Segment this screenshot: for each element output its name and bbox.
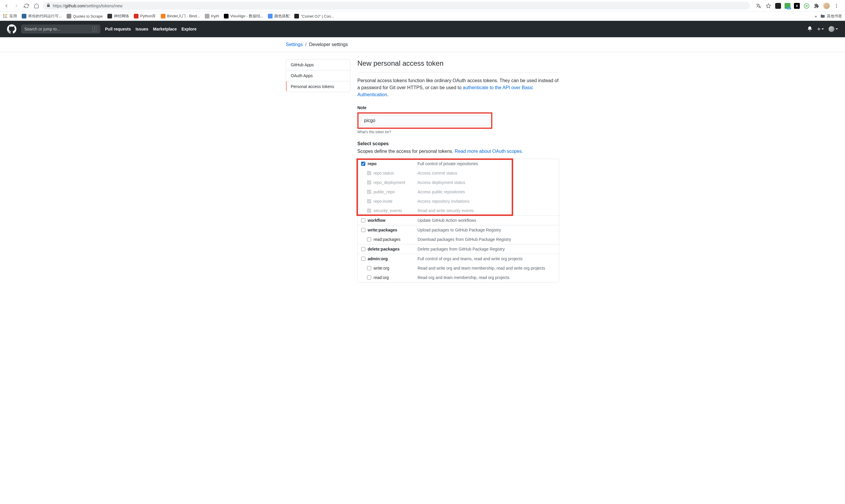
scope-row: repo:inviteAccess repository invitations: [358, 197, 559, 206]
scope-checkbox-repo[interactable]: [361, 162, 365, 166]
nav-marketplace[interactable]: Marketplace: [153, 27, 177, 31]
scope-name: repo_deployment: [374, 180, 417, 185]
scope-desc: Read org and team membership, read org p…: [417, 275, 510, 280]
title-divider: [357, 72, 559, 72]
scope-row: delete:packagesDelete packages from GitH…: [358, 245, 559, 254]
scope-name: delete:packages: [367, 247, 417, 251]
scope-checkbox-admin:org[interactable]: [361, 257, 365, 261]
nav-pull-requests[interactable]: Pull requests: [105, 27, 131, 31]
bookmark-item[interactable]: Quotes to Scrape: [67, 14, 103, 18]
scopes-label: Select scopes: [357, 141, 559, 146]
reload-button[interactable]: [23, 2, 30, 10]
breadcrumb-link[interactable]: Settings: [286, 42, 303, 47]
page-title: New personal access token: [357, 59, 559, 70]
scope-name: repo: [367, 161, 417, 166]
nav-issues[interactable]: Issues: [136, 27, 148, 31]
bookmark-item[interactable]: 神经网络: [107, 14, 129, 19]
svg-rect-8: [5, 16, 5, 16]
github-nav: Pull requestsIssuesMarketplaceExplore: [105, 27, 197, 31]
scope-name: admin:org: [367, 256, 417, 261]
plus-icon[interactable]: [817, 27, 824, 31]
scope-row: security_eventsRead and write security e…: [358, 206, 559, 215]
apps-icon[interactable]: 应用: [3, 14, 17, 19]
scope-row: read:orgRead org and team membership, re…: [358, 273, 559, 282]
note-label: Note: [357, 105, 559, 110]
url-bar[interactable]: https://github.com/settings/tokens/new: [43, 2, 750, 10]
scope-desc: Access deployment status: [417, 180, 465, 185]
scope-checkbox-delete:packages[interactable]: [361, 247, 365, 251]
scope-name: write:packages: [367, 228, 417, 232]
note-input[interactable]: [360, 115, 489, 126]
extensions-icon[interactable]: [813, 3, 820, 9]
svg-point-3: [836, 7, 837, 7]
bookmark-item[interactable]: Python库: [134, 14, 156, 19]
ext-icon-3[interactable]: X: [794, 3, 800, 9]
svg-rect-10: [3, 17, 4, 18]
scope-checkbox-public_repo[interactable]: [367, 190, 371, 194]
note-highlight-box: [357, 112, 492, 129]
ext-icon-2[interactable]: ON: [785, 3, 790, 9]
github-header-right: [807, 26, 838, 32]
sidebar-item-oauth-apps[interactable]: OAuth Apps: [286, 70, 350, 81]
breadcrumb-current: Developer settings: [309, 42, 348, 47]
breadcrumb: Settings / Developer settings: [0, 37, 845, 52]
scope-checkbox-write:org[interactable]: [367, 266, 371, 270]
scope-row: write:packagesUpload packages to GitHub …: [358, 225, 559, 235]
svg-rect-6: [6, 14, 7, 15]
scope-desc: Access commit status: [417, 171, 457, 176]
forward-button[interactable]: [13, 2, 20, 10]
bookmark-item[interactable]: "Comet OJ" | Con...: [294, 14, 334, 18]
scope-checkbox-repo:status[interactable]: [367, 171, 371, 175]
scope-checkbox-write:packages[interactable]: [361, 228, 365, 232]
user-menu[interactable]: [829, 26, 838, 32]
toolbar-right: ON X: [753, 3, 842, 9]
main-container: GitHub AppsOAuth AppsPersonal access tok…: [279, 52, 566, 290]
scope-desc: Update GitHub Action workflows: [417, 218, 476, 223]
sidebar-menu: GitHub AppsOAuth AppsPersonal access tok…: [286, 59, 350, 92]
svg-rect-12: [6, 17, 7, 18]
bookmark-item[interactable]: 将你的代码运行可...: [22, 14, 62, 19]
scope-row: public_repoAccess public repositories: [358, 187, 559, 197]
github-search[interactable]: Search or jump to... /: [21, 25, 100, 33]
nav-explore[interactable]: Explore: [181, 27, 196, 31]
browser-chrome: https://github.com/settings/tokens/new O…: [0, 0, 845, 21]
notifications-icon[interactable]: [807, 26, 812, 32]
scope-checkbox-security_events[interactable]: [367, 209, 371, 213]
more-bookmarks[interactable]: »: [815, 14, 817, 18]
scope-checkbox-read:packages[interactable]: [367, 237, 371, 241]
ext-icon-4[interactable]: [803, 3, 810, 9]
user-avatar-icon[interactable]: [823, 3, 830, 9]
ext-icon-1[interactable]: [775, 3, 781, 9]
scope-name: security_events: [374, 208, 417, 213]
scope-group-repo: repoFull control of private repositories…: [358, 159, 559, 216]
back-button[interactable]: [3, 2, 10, 10]
scope-desc: Read and write org and team membership, …: [417, 266, 545, 270]
svg-rect-4: [3, 14, 4, 15]
url-text: https://github.com/settings/tokens/new: [53, 3, 122, 8]
star-icon[interactable]: [765, 3, 772, 9]
github-logo-icon[interactable]: [7, 24, 16, 34]
bookmark-item[interactable]: Binder入门 - Bind...: [161, 14, 200, 19]
bookmark-item[interactable]: 颜色搭配: [268, 14, 290, 19]
other-bookmarks[interactable]: 其他书签: [820, 14, 842, 19]
scopes-link[interactable]: Read more about OAuth scopes.: [455, 149, 523, 154]
translate-icon[interactable]: [755, 3, 762, 9]
scope-checkbox-repo:invite[interactable]: [367, 199, 371, 203]
scope-checkbox-read:org[interactable]: [367, 275, 371, 280]
bookmark-item[interactable]: PyPI: [205, 14, 219, 18]
sidebar-item-personal-access-tokens[interactable]: Personal access tokens: [286, 81, 350, 92]
bookmark-item[interactable]: VisuAlgo - 数据结...: [224, 14, 263, 19]
scope-checkbox-repo_deployment[interactable]: [367, 180, 371, 184]
menu-icon[interactable]: [833, 3, 840, 9]
browser-toolbar: https://github.com/settings/tokens/new O…: [0, 0, 845, 12]
scopes-description: Scopes define the access for personal to…: [357, 149, 559, 154]
sidebar-item-github-apps[interactable]: GitHub Apps: [286, 59, 350, 70]
avatar-icon: [829, 26, 834, 32]
home-button[interactable]: [33, 2, 40, 10]
scope-checkbox-workflow[interactable]: [361, 218, 365, 222]
scope-desc: Full control of orgs and teams, read and…: [417, 256, 523, 261]
scope-desc: Access repository invitations: [417, 199, 469, 203]
bookmarks-bar: 应用将你的代码运行可...Quotes to Scrape神经网络Python库…: [0, 12, 845, 20]
svg-rect-5: [5, 14, 5, 15]
scope-group-delete-packages: delete:packagesDelete packages from GitH…: [358, 245, 559, 254]
